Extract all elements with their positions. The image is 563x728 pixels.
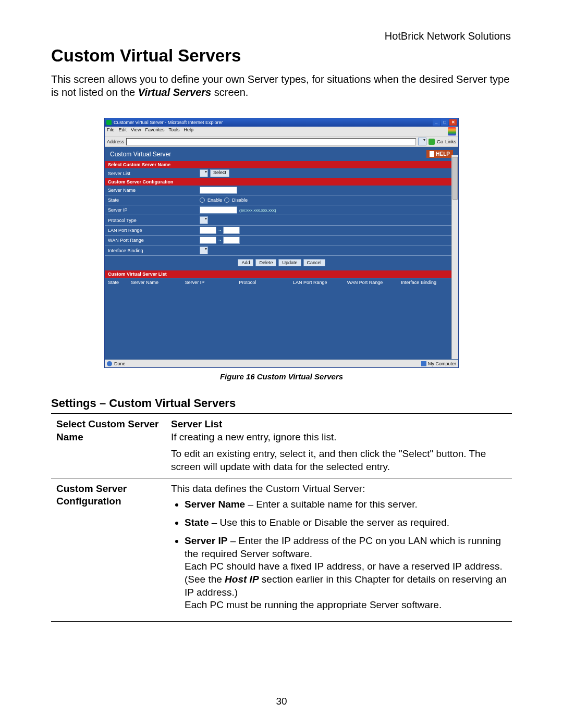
state-enable-radio[interactable] [200, 198, 205, 203]
page-number: 30 [0, 696, 563, 707]
ie-window: Customer Virtual Server - Microsoft Inte… [104, 118, 459, 368]
go-icon[interactable] [429, 139, 435, 145]
list-table-header: State Server Name Server IP Protocol LAN… [105, 278, 458, 287]
address-input[interactable] [126, 138, 416, 145]
col-lan-port: LAN Port Range [293, 280, 347, 285]
section-select-header: Select Custom Server Name [105, 161, 458, 168]
lan-port-label: LAN Port Range [108, 228, 200, 233]
state-disable-label: Disable [232, 198, 248, 203]
col-iface: Interface Binding [401, 280, 455, 285]
cancel-button[interactable]: Cancel [303, 259, 325, 266]
col-server-name: Server Name [131, 280, 185, 285]
col-protocol: Protocol [239, 280, 293, 285]
row1-p2: To edit an existing entry, select it, an… [171, 448, 507, 473]
window-close-button[interactable]: ✕ [449, 119, 457, 126]
menu-view[interactable]: View [131, 127, 141, 135]
intro-pre: This screen allows you to define your ow… [51, 73, 509, 98]
menu-file[interactable]: File [107, 127, 115, 135]
server-ip-label: Server IP [108, 207, 200, 213]
status-done-text: Done [114, 361, 126, 366]
interface-binding-select[interactable] [200, 246, 208, 254]
my-computer-icon [421, 361, 426, 366]
b1-h: Server Name [185, 499, 245, 510]
row1-p1: If creating a new entry, ignore this lis… [171, 431, 507, 444]
server-name-input[interactable] [200, 187, 237, 194]
row2-intro: This data defines the Custom Virtual Ser… [171, 483, 507, 496]
delete-button[interactable]: Delete [255, 259, 276, 266]
wan-port-label: WAN Port Range [108, 238, 200, 243]
bullet-server-name: Server Name – Enter a suitable name for … [185, 498, 507, 511]
col-server-ip: Server IP [185, 280, 239, 285]
wan-port-tilde: ~ [218, 238, 221, 243]
help-label: HELP [436, 151, 450, 157]
screenshot-figure: Customer Virtual Server - Microsoft Inte… [104, 118, 459, 381]
server-name-label: Server Name [108, 188, 200, 193]
window-minimize-button[interactable]: _ [433, 119, 440, 126]
ie-app-icon [106, 120, 112, 125]
lan-port-tilde: ~ [218, 228, 221, 233]
status-done-icon [107, 361, 112, 366]
status-zone-text: My Computer [428, 361, 456, 366]
settings-table: Select Custom Server Name Server List If… [51, 413, 512, 622]
b2-t: – Use this to Enable or Disable the serv… [209, 517, 449, 528]
go-label[interactable]: Go [437, 139, 443, 144]
b1-t: – Enter a suitable name for this server. [245, 499, 418, 510]
b3-t4: Each PC must be running the appropriate … [185, 599, 442, 610]
window-maximize-button[interactable]: □ [441, 119, 448, 126]
server-ip-hint: (ex:xxx.xxx.xxx.xxx) [239, 208, 276, 213]
ie-address-bar: Address Go Links [105, 137, 458, 147]
wan-port-to-input[interactable] [223, 237, 240, 244]
state-enable-label: Enable [207, 198, 222, 203]
protocol-type-select[interactable] [200, 216, 208, 224]
wan-port-from-input[interactable] [200, 237, 216, 244]
ie-status-bar: Done My Computer [105, 360, 458, 367]
server-ip-input[interactable] [200, 206, 237, 214]
b3-em: Host IP [225, 574, 259, 585]
lan-port-to-input[interactable] [223, 227, 240, 234]
figure-caption: Figure 16 Custom Virtual Servers [104, 372, 459, 381]
intro-em: Virtual Servers [138, 87, 211, 98]
app-page-title: Custom Virtual Server [110, 151, 426, 158]
intro-text: This screen allows you to define your ow… [51, 73, 512, 99]
action-button-row: Add Delete Update Cancel [105, 255, 458, 270]
b2-h: State [185, 517, 209, 528]
ie-title-text: Customer Virtual Server - Microsoft Inte… [114, 120, 433, 125]
brand-header: HotBrick Network Solutions [385, 30, 511, 42]
address-dropdown[interactable] [418, 138, 426, 145]
server-list-label: Server List [108, 171, 200, 176]
interface-binding-label: Interface Binding [108, 248, 200, 253]
ie-menu-bar: File Edit View Favorites Tools Help [105, 127, 458, 137]
menu-help[interactable]: Help [183, 127, 193, 135]
address-label: Address [107, 139, 124, 144]
lan-port-from-input[interactable] [200, 227, 216, 234]
section-config-header: Custom Server Configuration [105, 178, 458, 186]
scroll-thumb[interactable] [452, 157, 458, 200]
ie-logo-icon [448, 127, 456, 135]
intro-post: screen. [211, 87, 248, 98]
settings-subhead: Settings – Custom Virtual Servers [51, 397, 512, 410]
state-label: State [108, 198, 200, 203]
links-label[interactable]: Links [445, 139, 456, 144]
bullet-server-ip: Server IP – Enter the IP address of the … [185, 535, 507, 612]
help-button[interactable]: HELP [426, 150, 453, 158]
ie-content: Custom Virtual Server HELP Select Custom… [105, 147, 458, 360]
add-button[interactable]: Add [238, 259, 253, 266]
menu-tools[interactable]: Tools [168, 127, 179, 135]
update-button[interactable]: Update [278, 259, 301, 266]
ie-titlebar: Customer Virtual Server - Microsoft Inte… [105, 118, 458, 127]
row2-right: This data defines the Custom Virtual Ser… [166, 478, 512, 621]
menu-favorites[interactable]: Favorites [145, 127, 164, 135]
menu-edit[interactable]: Edit [119, 127, 127, 135]
protocol-type-label: Protocol Type [108, 218, 200, 223]
ie-scrollbar[interactable] [451, 155, 458, 359]
help-icon [430, 151, 434, 157]
col-state: State [108, 280, 131, 285]
col-wan-port: WAN Port Range [347, 280, 401, 285]
state-disable-radio[interactable] [224, 198, 229, 203]
row1-right: Server List If creating a new entry, ign… [166, 414, 512, 478]
row2-left: Custom Server Configuration [51, 478, 166, 621]
list-table-body [105, 287, 458, 360]
select-button[interactable]: Select [210, 169, 229, 177]
section-list-header: Custom Virtual Server List [105, 270, 458, 278]
server-list-dropdown[interactable] [200, 169, 208, 177]
